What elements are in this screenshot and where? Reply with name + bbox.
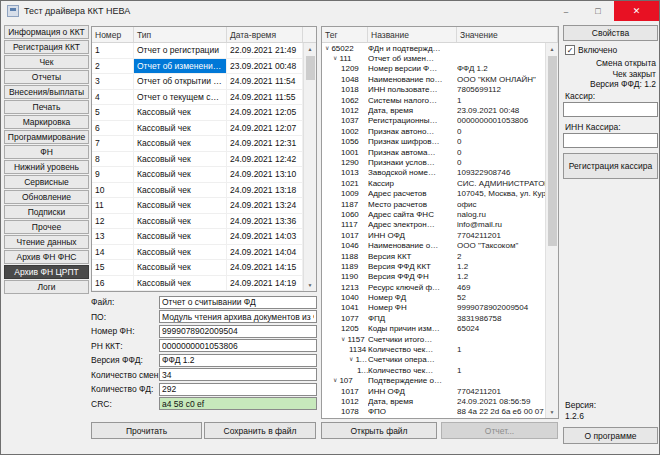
save-file-button[interactable]: Сохранить в файл bbox=[204, 422, 316, 439]
sidebar-item-5[interactable]: Внесения/выплаты bbox=[4, 85, 89, 99]
open-file-button[interactable]: Открыть файл bbox=[321, 422, 437, 439]
doc-row[interactable]: 16Кассовый чек24.09.2021 14:19 bbox=[92, 276, 303, 292]
tree-row[interactable]: 1188Версия ККТ2 bbox=[322, 251, 545, 261]
doc-row[interactable]: 7Кассовый чек24.09.2021 12:31 bbox=[92, 136, 303, 152]
tree-row[interactable]: 1002Признак автоно…0 bbox=[322, 126, 545, 136]
doc-row[interactable]: 4Отчет о текущем с…24.09.2021 11:55 bbox=[92, 90, 303, 106]
tree-row[interactable]: 1187Место расчетовофис bbox=[322, 199, 545, 209]
tree-row[interactable]: 1190Версия ФФД ФН1.2 bbox=[322, 272, 545, 282]
scroll-down-icon[interactable] bbox=[546, 406, 559, 418]
tree-column-header-3[interactable]: Значение bbox=[457, 27, 558, 42]
tree-row[interactable]: 1209Номер версии Ф…ФФД 1.2 bbox=[322, 64, 545, 74]
tree-column-header-2[interactable]: Название bbox=[368, 27, 457, 42]
tree-scrollbar[interactable] bbox=[545, 43, 558, 418]
shift-count-field[interactable] bbox=[159, 368, 317, 381]
doc-row[interactable]: 1Отчет о регистрации22.09.2021 21:49 bbox=[92, 43, 303, 59]
doc-column-header-1[interactable]: Номер bbox=[92, 27, 134, 42]
sidebar-item-18[interactable]: Логи bbox=[4, 280, 89, 294]
tree-row[interactable]: 1117Адрес электрон…info@mail.ru bbox=[322, 220, 545, 230]
tree-row[interactable]: 1077ФПД3831986758 bbox=[322, 313, 545, 323]
tree-row[interactable]: 1134Количество чек…1 bbox=[322, 344, 545, 354]
cashier-input[interactable] bbox=[563, 102, 658, 117]
tree-row[interactable]: 1290Признаки услов…0 bbox=[322, 157, 545, 167]
enabled-checkbox[interactable]: Включено bbox=[565, 45, 617, 55]
tree-row[interactable]: 1056Признак шифров…0 bbox=[322, 137, 545, 147]
doc-row[interactable]: 12Кассовый чек24.09.2021 13:36 bbox=[92, 214, 303, 230]
sidebar-item-16[interactable]: Архив ФН ФНС bbox=[4, 250, 89, 264]
documents-scrollbar[interactable] bbox=[303, 43, 316, 291]
tree-row[interactable]: 1189Версия ФФД ККТ1.2 bbox=[322, 261, 545, 271]
sidebar-item-2[interactable]: Регистрация ККТ bbox=[4, 40, 89, 54]
tree-row[interactable]: 1009Адрес расчетов107045, Москва, ул. Ку… bbox=[322, 188, 545, 198]
sidebar-item-12[interactable]: Обновление bbox=[4, 190, 89, 204]
sidebar-item-7[interactable]: Маркировка bbox=[4, 115, 89, 129]
sidebar-item-4[interactable]: Отчеты bbox=[4, 70, 89, 84]
software-field[interactable] bbox=[159, 310, 317, 323]
collapse-icon[interactable] bbox=[333, 376, 337, 383]
tree-row[interactable]: 1157Счетчики итого… bbox=[322, 334, 545, 344]
doc-row[interactable]: 15Кассовый чек24.09.2021 14:15 bbox=[92, 260, 303, 276]
tree-row[interactable]: 1017ИНН ОФД7704211201 bbox=[322, 386, 545, 396]
tree-row[interactable]: 1037Регистрационны…0000000001053806 bbox=[322, 116, 545, 126]
about-button[interactable]: О программе bbox=[563, 427, 658, 444]
properties-button[interactable]: Свойства bbox=[563, 25, 658, 41]
cashier-inn-input[interactable] bbox=[563, 133, 658, 148]
scroll-up-icon[interactable] bbox=[546, 43, 559, 55]
doc-row[interactable]: 5Кассовый чек24.09.2021 12:05 bbox=[92, 105, 303, 121]
doc-row[interactable]: 9Кассовый чек24.09.2021 13:10 bbox=[92, 167, 303, 183]
sidebar-item-10[interactable]: Нижний уровень bbox=[4, 160, 89, 174]
read-button[interactable]: Прочитать bbox=[91, 422, 202, 439]
sidebar-item-13[interactable]: Подписки bbox=[4, 205, 89, 219]
crc-field[interactable] bbox=[159, 397, 317, 410]
tree-row[interactable]: 1134Количество чек…1 bbox=[322, 365, 545, 375]
ffd-version-field[interactable] bbox=[159, 354, 317, 367]
scroll-thumb[interactable] bbox=[548, 56, 557, 246]
tree-row[interactable]: 1046Наименование о…ООО "Таксоком" bbox=[322, 240, 545, 250]
doc-column-header-3[interactable]: Дата-время bbox=[227, 27, 303, 42]
doc-row[interactable]: 6Кассовый чек24.09.2021 12:07 bbox=[92, 121, 303, 137]
scroll-down-icon[interactable] bbox=[304, 279, 317, 291]
fd-count-field[interactable] bbox=[159, 383, 317, 396]
file-field[interactable] bbox=[159, 296, 317, 309]
doc-row[interactable]: 8Кассовый чек24.09.2021 12:42 bbox=[92, 152, 303, 168]
rn-kkt-field[interactable] bbox=[159, 339, 317, 352]
doc-row[interactable]: 14Кассовый чек24.09.2021 14:04 bbox=[92, 245, 303, 261]
tree-row[interactable]: 1048Наименование по…ООО "ККМ ОНЛАЙН" bbox=[322, 74, 545, 84]
tree-row[interactable]: 1001Признак автома…0 bbox=[322, 147, 545, 157]
sidebar-item-1[interactable]: Информация о ККТ bbox=[4, 25, 89, 39]
tree-row[interactable]: 1060Адрес сайта ФНСnalog.ru bbox=[322, 209, 545, 219]
collapse-icon[interactable] bbox=[349, 355, 353, 362]
tree-row[interactable]: 1017ИНН ОФД7704211201 bbox=[322, 230, 545, 240]
doc-row[interactable]: 10Кассовый чек24.09.2021 13:18 bbox=[92, 183, 303, 199]
tree-row[interactable]: 1012Дата, время24.09.2021 08:56:59 bbox=[322, 396, 545, 406]
doc-row[interactable]: 3Отчет об открытии …24.09.2021 11:54 bbox=[92, 74, 303, 90]
register-cashier-button[interactable]: Регистрация кассира bbox=[563, 153, 658, 179]
collapse-icon[interactable] bbox=[333, 54, 337, 61]
sidebar-item-11[interactable]: Сервисные bbox=[4, 175, 89, 189]
tree-row[interactable]: 1078ФПО88 4a 22 2d 6a e6 00 07 6b… bbox=[322, 407, 545, 417]
doc-column-header-2[interactable]: Тип bbox=[134, 27, 227, 42]
tree-row[interactable]: 1018ИНН пользовате…7805699112 bbox=[322, 85, 545, 95]
scroll-thumb[interactable] bbox=[306, 56, 315, 80]
collapse-icon[interactable] bbox=[341, 335, 345, 342]
doc-row[interactable]: 2Отчет об изменени…23.09.2021 00:48 bbox=[92, 59, 303, 75]
tree-row[interactable]: 1041Номер ФН9999078902009504 bbox=[322, 303, 545, 313]
sidebar-item-8[interactable]: Программирование bbox=[4, 130, 89, 144]
fn-number-field[interactable] bbox=[159, 325, 317, 338]
sidebar-item-9[interactable]: ФН bbox=[4, 145, 89, 159]
tree-row[interactable]: 1040Номер ФД52 bbox=[322, 292, 545, 302]
tree-row[interactable]: 1012Дата, время23.09.2021 00:48 bbox=[322, 105, 545, 115]
tree-row[interactable]: 1205Коды причин изм…65024 bbox=[322, 324, 545, 334]
sidebar-item-15[interactable]: Чтение данных bbox=[4, 235, 89, 249]
tree-row[interactable]: 1133Счетчики опера… bbox=[322, 355, 545, 365]
sidebar-item-17[interactable]: Архив ФН ЦРПТ bbox=[4, 265, 89, 279]
tree-row[interactable]: 1013Заводской номе…109322908746 bbox=[322, 168, 545, 178]
doc-row[interactable]: 13Кассовый чек24.09.2021 14:03 bbox=[92, 229, 303, 245]
doc-row[interactable]: 11Кассовый чек24.09.2021 13:24 bbox=[92, 198, 303, 214]
tree-column-header-1[interactable]: Тег bbox=[322, 27, 368, 42]
tree-row[interactable]: 111Отчет об измен… bbox=[322, 53, 545, 63]
sidebar-item-3[interactable]: Чек bbox=[4, 55, 89, 69]
tree-row[interactable]: 1021КассирСИС. АДМИНИСТРАТОР bbox=[322, 178, 545, 188]
tree-row[interactable]: 65022ФДн и подтвержд… bbox=[322, 43, 545, 53]
collapse-icon[interactable] bbox=[325, 44, 329, 51]
